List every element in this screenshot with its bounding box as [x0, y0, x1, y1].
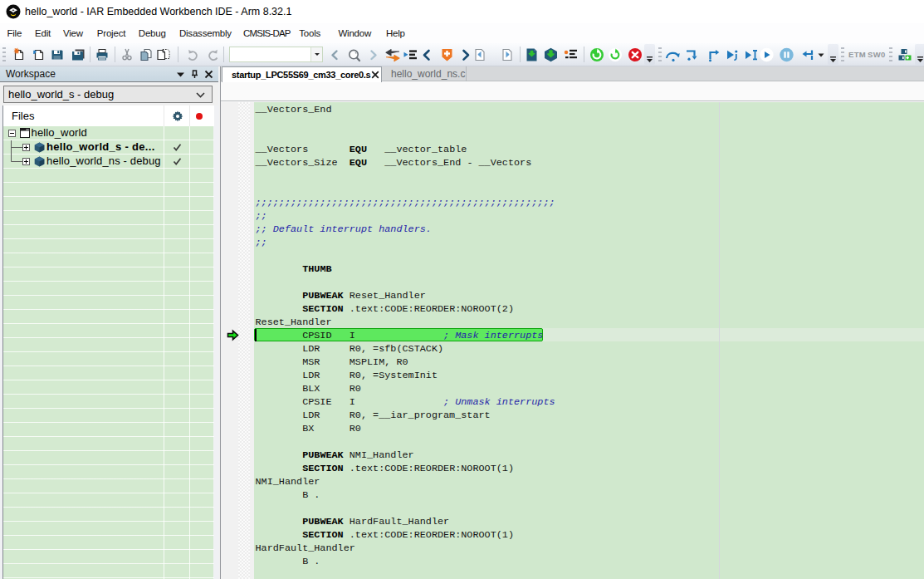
save-all-button[interactable] — [70, 47, 86, 62]
editor-tab[interactable]: hello_world_ns.c — [382, 66, 467, 81]
toggle-source-disasm-icon[interactable] — [384, 47, 401, 62]
undo-button[interactable] — [185, 47, 201, 62]
code-line[interactable]: SECTION .text:CODE:REORDER:NOROOT(2) — [256, 303, 515, 316]
code-line[interactable]: PUBWEAK HardFault_Handler — [256, 516, 450, 529]
prev-bookmark-icon[interactable] — [472, 47, 487, 62]
code-line[interactable]: Reset_Handler — [256, 316, 332, 330]
tree-item-label[interactable]: hello_world_s - de... — [46, 140, 155, 154]
trustzone-shield-icon[interactable] — [441, 47, 453, 62]
next-bookmark-icon[interactable] — [500, 47, 515, 62]
disassembly-window-icon[interactable] — [564, 47, 578, 62]
menu-item-help[interactable]: Help — [386, 23, 405, 43]
code-line[interactable]: __Vectors EQU __vector_table — [256, 144, 467, 157]
code-line[interactable]: HardFault_Handler — [256, 542, 355, 556]
editor-tab-label[interactable]: hello_world_ns.c — [391, 66, 465, 81]
code-line[interactable]: ;;;;;;;;;;;;;;;;;;;;;;;;;;;;;;;;;;;;;;;;… — [256, 197, 555, 210]
find-icon[interactable] — [346, 47, 363, 64]
build-configuration-select[interactable]: hello_world_s - debug — [3, 86, 213, 103]
code-line[interactable]: NMI_Handler — [256, 476, 320, 489]
menu-item-project[interactable]: Project — [97, 23, 125, 43]
workspace-tree-row[interactable]: hello_world — [3, 126, 214, 140]
make-button[interactable] — [526, 47, 538, 62]
code-line[interactable]: LDR R0, =sfb(CSTACK) — [256, 343, 444, 356]
build-options-gear-icon[interactable] — [172, 110, 183, 122]
toolbar-overflow-button[interactable] — [915, 44, 924, 65]
menu-item-debug[interactable]: Debug — [139, 23, 166, 43]
copy-button[interactable] — [138, 47, 154, 62]
code-line[interactable]: PUBWEAK NMI_Handler — [256, 449, 414, 463]
code-line[interactable]: CPSID I ; Mask interrupts — [256, 330, 544, 343]
print-button[interactable] — [95, 47, 110, 62]
break-stop-button[interactable] — [628, 47, 643, 62]
code-line[interactable]: SECTION .text:CODE:REORDER:NOROOT(1) — [256, 529, 515, 542]
workspace-pin-icon[interactable] — [189, 69, 200, 80]
code-line[interactable]: SECTION .text:CODE:REORDER:NOROOT(1) — [256, 463, 515, 476]
code-line[interactable]: B . — [256, 556, 320, 569]
workspace-close-icon[interactable] — [203, 69, 214, 80]
code-line[interactable]: CPSIE I ; Unmask interrupts — [256, 396, 555, 410]
nav-back-icon[interactable] — [329, 47, 340, 62]
step-over-button[interactable] — [664, 47, 682, 62]
code-line[interactable]: __Vectors_End — [256, 104, 332, 117]
code-line[interactable]: PUBWEAK Reset_Handler — [256, 290, 426, 303]
code-line[interactable]: BX R0 — [256, 423, 361, 436]
redo-button[interactable] — [205, 47, 221, 62]
code-line[interactable]: B . — [256, 489, 320, 503]
expand-icon[interactable] — [22, 144, 30, 151]
prev-statement-icon[interactable] — [421, 47, 432, 62]
etm-trace-button[interactable]: ETM — [848, 50, 866, 59]
break-button[interactable] — [780, 47, 794, 62]
code-line[interactable]: ;; Default interrupt handlers. — [256, 223, 432, 237]
menu-item-edit[interactable]: Edit — [35, 23, 51, 43]
save-button[interactable] — [50, 47, 65, 62]
code-line[interactable]: LDR R0, =__iar_program_start — [256, 410, 491, 423]
new-document-button[interactable] — [11, 47, 26, 62]
editor-tab-label[interactable]: startup_LPC55S69_cm33_core0.s — [232, 67, 370, 82]
toolbar-overflow-button[interactable] — [644, 44, 655, 65]
nav-forward-icon[interactable] — [369, 47, 379, 62]
breakpoint-gutter[interactable] — [238, 102, 250, 579]
menu-item-window[interactable]: Window — [338, 23, 371, 43]
tab-close-icon[interactable] — [371, 71, 379, 79]
tree-item-label[interactable]: hello_world_ns - debug — [46, 155, 161, 168]
quick-search-dropdown-button[interactable] — [310, 47, 322, 61]
code-line[interactable]: LDR R0, =SystemInit — [256, 370, 438, 383]
code-line[interactable]: BLX R0 — [256, 383, 361, 396]
code-line[interactable]: ;; — [256, 237, 267, 250]
next-statement-button[interactable] — [725, 47, 740, 62]
collapse-icon[interactable] — [8, 130, 16, 137]
code-line[interactable]: MSR MSPLIM, R0 — [256, 356, 408, 370]
editor-tab[interactable]: startup_LPC55S69_cm33_core0.s — [222, 66, 382, 82]
menu-item-disassembly[interactable]: Disassembly — [179, 23, 232, 43]
workspace-menu-dropdown-icon[interactable] — [175, 69, 186, 80]
workspace-tree-row[interactable]: hello_world_ns - debug — [3, 155, 214, 169]
run-to-cursor-button[interactable] — [744, 47, 759, 62]
menu-item-tools[interactable]: Tools — [299, 23, 320, 43]
open-document-button[interactable] — [31, 47, 46, 62]
go-button[interactable] — [760, 47, 774, 62]
stop-debugging-dropdown[interactable] — [817, 47, 825, 62]
breakpoint-column-icon[interactable] — [196, 113, 203, 120]
step-into-button[interactable] — [685, 47, 700, 62]
step-out-button[interactable] — [706, 47, 721, 62]
stop-debugging-button[interactable] — [800, 47, 815, 62]
reset-button[interactable] — [589, 47, 604, 62]
tree-item-label[interactable]: hello_world — [32, 126, 87, 140]
expand-icon[interactable] — [22, 158, 30, 165]
code-line[interactable]: ;; — [256, 210, 267, 223]
quick-search-input[interactable] — [231, 48, 309, 61]
restart-button[interactable] — [608, 47, 623, 62]
files-grid-header[interactable]: Files — [3, 105, 214, 126]
menu-item-view[interactable]: View — [63, 23, 83, 43]
code-editor[interactable]: __Vectors_End__Vectors EQU __vector_tabl… — [254, 102, 924, 579]
swo-trace-button[interactable]: SW0 — [868, 50, 886, 59]
goto-list-icon[interactable] — [403, 47, 418, 62]
paste-button[interactable] — [154, 47, 171, 62]
menu-item-cmsis-dap[interactable]: CMSIS-DAP — [243, 23, 291, 43]
menu-item-file[interactable]: File — [7, 23, 22, 43]
resource-meter-icon[interactable] — [898, 47, 912, 62]
cut-button[interactable] — [120, 47, 134, 62]
workspace-panel-titlebar[interactable]: Workspace — [0, 66, 218, 82]
next-statement-chevron-icon[interactable] — [461, 47, 472, 62]
download-and-debug-button[interactable] — [544, 47, 558, 62]
